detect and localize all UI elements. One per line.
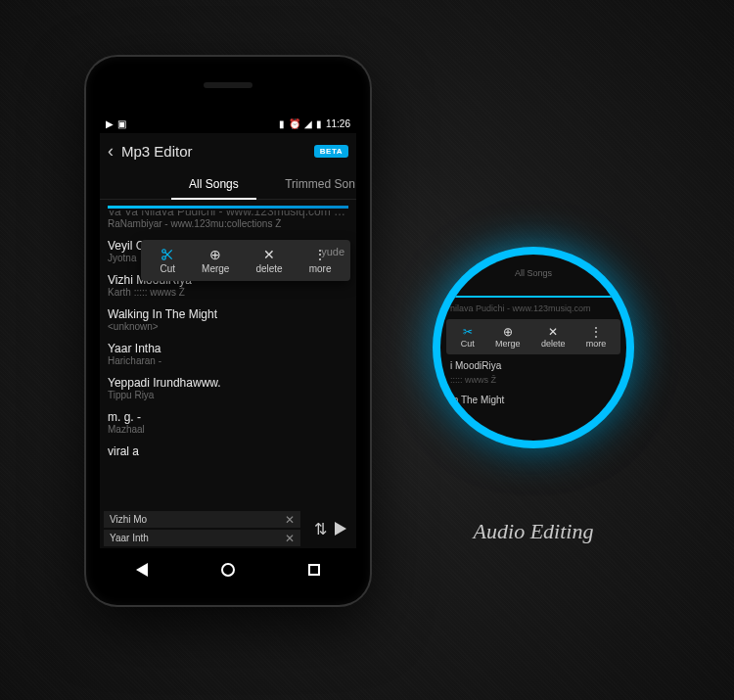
alarm-icon: ⏰ bbox=[289, 118, 300, 129]
song-title: viral a bbox=[108, 444, 348, 458]
battery-icon: ▮ bbox=[316, 118, 322, 129]
song-subtitle: RaNambiyar - www.123mu:collections Ž bbox=[108, 218, 348, 229]
song-subtitle: Mazhaal bbox=[108, 424, 348, 435]
plus-circle-icon: ⊕ bbox=[209, 247, 221, 262]
cut-button[interactable]: Cut bbox=[161, 247, 176, 274]
beta-badge: BETA bbox=[314, 145, 348, 158]
lens-popup: ✂ Cut ⊕ Merge ✕ delete ⋮ more bbox=[446, 319, 620, 354]
list-item[interactable]: viral a bbox=[108, 439, 348, 462]
chip-label: Yaar Inth bbox=[110, 533, 149, 543]
scissors-icon: ✂ bbox=[463, 325, 473, 339]
phone-frame: ▶ ▣ ▮ ⏰ ◢ ▮ 11:26 ‹ Mp3 Editor BETA All … bbox=[86, 57, 370, 605]
signal-icon: ◢ bbox=[304, 118, 312, 129]
screen: ▶ ▣ ▮ ⏰ ◢ ▮ 11:26 ‹ Mp3 Editor BETA All … bbox=[100, 114, 356, 548]
tab-spacer bbox=[100, 168, 143, 199]
list-item[interactable]: Yeppadi Irundhawww. Tippu Riya bbox=[108, 370, 348, 404]
app-bar: ‹ Mp3 Editor BETA bbox=[100, 133, 356, 168]
song-title: Va Va Nilava Pudichi - www.123musiq.com … bbox=[108, 210, 348, 218]
nav-home-icon[interactable] bbox=[221, 563, 235, 577]
merge-label: Merge bbox=[202, 263, 229, 274]
row-trailing-text: yude bbox=[321, 246, 344, 257]
delete-button[interactable]: ✕ delete bbox=[255, 247, 282, 274]
play-icon: ▶ bbox=[106, 118, 114, 129]
list-item[interactable]: m. g. - Mazhaal bbox=[108, 404, 348, 439]
lens-tab-hint: All Songs bbox=[440, 268, 626, 278]
song-subtitle: Karth ::::: wwws Ž bbox=[108, 287, 348, 298]
status-bar: ▶ ▣ ▮ ⏰ ◢ ▮ 11:26 bbox=[100, 114, 356, 133]
status-time: 11:26 bbox=[326, 118, 350, 129]
song-subtitle: <unknown> bbox=[108, 321, 348, 332]
song-subtitle: Tippu Riya bbox=[108, 390, 348, 400]
lens-accent-divider bbox=[450, 296, 617, 298]
tab-bar: All Songs Trimmed Son bbox=[100, 168, 356, 200]
song-title: Walking In The Might bbox=[108, 307, 348, 321]
merge-button[interactable]: ⊕ Merge bbox=[202, 247, 229, 274]
list-item[interactable]: Yaar Intha Haricharan - bbox=[108, 336, 348, 370]
song-list[interactable]: Va Va Nilava Pudichi - www.123musiq.com … bbox=[100, 210, 356, 519]
chip-close-icon[interactable]: ✕ bbox=[285, 532, 295, 545]
tab-trimmed-songs[interactable]: Trimmed Son bbox=[285, 168, 356, 199]
chip-label: Vizhi Mo bbox=[110, 514, 147, 525]
nav-recent-icon[interactable] bbox=[308, 564, 320, 576]
lens-row: i MoodiRiya bbox=[440, 358, 626, 373]
nav-back-icon[interactable] bbox=[136, 563, 148, 577]
lens-merge-button: ⊕ Merge bbox=[495, 325, 521, 349]
selection-chips: Vizhi Mo ✕ Yaar Inth ✕ bbox=[100, 509, 304, 548]
lens-row-sub: ::::: wwws Ž bbox=[440, 373, 626, 387]
caption: Audio Editing bbox=[440, 519, 626, 544]
chip-close-icon[interactable]: ✕ bbox=[285, 513, 295, 527]
vibrate-icon: ▮ bbox=[279, 118, 285, 129]
delete-label: delete bbox=[255, 263, 282, 274]
more-vertical-icon: ⋮ bbox=[590, 325, 602, 339]
close-icon: ✕ bbox=[548, 325, 558, 339]
back-icon[interactable]: ‹ bbox=[108, 141, 114, 162]
song-subtitle: Haricharan - bbox=[108, 355, 348, 366]
tab-all-songs[interactable]: All Songs bbox=[143, 168, 286, 199]
lens-cut-button: ✂ Cut bbox=[461, 325, 475, 349]
list-item[interactable]: Walking In The Might <unknown> bbox=[108, 302, 348, 336]
close-icon: ✕ bbox=[263, 247, 275, 262]
song-title: m. g. - bbox=[108, 410, 348, 424]
zoom-lens: All Songs nilava Pudichi - www.123musiq.… bbox=[440, 255, 626, 441]
lens-delete-button: ✕ delete bbox=[541, 325, 566, 349]
android-navbar bbox=[100, 548, 356, 591]
svg-point-1 bbox=[162, 257, 166, 260]
chip[interactable]: Yaar Inth ✕ bbox=[104, 530, 300, 546]
image-icon: ▣ bbox=[117, 118, 126, 129]
more-label: more bbox=[309, 263, 332, 274]
lens-row: nilava Pudichi - www.123musiq.com bbox=[440, 302, 626, 315]
page-title: Mp3 Editor bbox=[121, 143, 306, 160]
song-title: Yaar Intha bbox=[108, 342, 348, 355]
swap-icon[interactable]: ⇅ bbox=[314, 520, 327, 538]
phone-speaker bbox=[204, 82, 252, 88]
song-title: Yeppadi Irundhawww. bbox=[108, 376, 348, 390]
cut-label: Cut bbox=[161, 263, 176, 274]
bottom-bar: Vizhi Mo ✕ Yaar Inth ✕ ⇅ bbox=[100, 509, 356, 548]
svg-point-0 bbox=[162, 250, 166, 254]
scissors-icon bbox=[161, 247, 174, 262]
lens-more-button: ⋮ more bbox=[586, 325, 607, 349]
chip[interactable]: Vizhi Mo ✕ bbox=[104, 511, 300, 528]
play-button[interactable] bbox=[335, 522, 346, 536]
list-item[interactable]: Va Va Nilava Pudichi - www.123musiq.com … bbox=[108, 210, 348, 233]
plus-circle-icon: ⊕ bbox=[503, 325, 513, 339]
action-popup: Cut ⊕ Merge ✕ delete ⋮ more bbox=[141, 240, 350, 281]
lens-row: In The Might bbox=[440, 393, 626, 407]
accent-divider bbox=[108, 206, 348, 209]
